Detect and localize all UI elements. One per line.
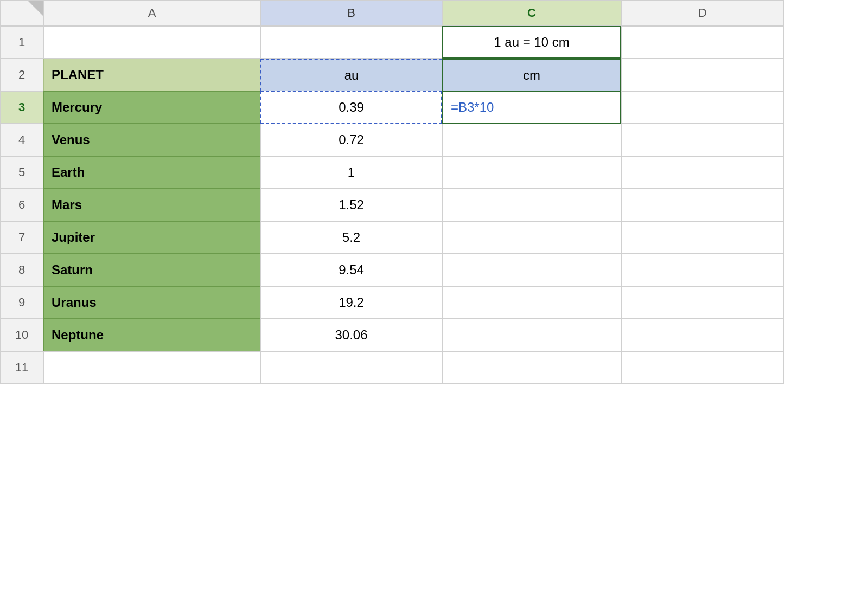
row-num-8: 8 bbox=[0, 254, 43, 286]
row-num-11: 11 bbox=[0, 351, 43, 384]
row-num-5: 5 bbox=[0, 156, 43, 189]
cell-a4[interactable]: Venus bbox=[43, 124, 260, 156]
cell-b9[interactable]: 19.2 bbox=[260, 286, 442, 319]
cell-b2[interactable]: au bbox=[260, 59, 442, 91]
cell-a3[interactable]: Mercury bbox=[43, 91, 260, 124]
cell-d11[interactable] bbox=[621, 351, 784, 384]
row-num-10: 10 bbox=[0, 319, 43, 351]
cell-d3[interactable] bbox=[621, 91, 784, 124]
cell-d6[interactable] bbox=[621, 189, 784, 221]
cell-d10[interactable] bbox=[621, 319, 784, 351]
cell-c11[interactable] bbox=[442, 351, 621, 384]
cell-b8[interactable]: 9.54 bbox=[260, 254, 442, 286]
cell-b7[interactable]: 5.2 bbox=[260, 221, 442, 254]
cell-c2[interactable]: cm bbox=[442, 59, 621, 91]
col-header-d[interactable]: D bbox=[621, 0, 784, 26]
cell-b10[interactable]: 30.06 bbox=[260, 319, 442, 351]
cell-a11[interactable] bbox=[43, 351, 260, 384]
cell-c5[interactable] bbox=[442, 156, 621, 189]
cell-a5[interactable]: Earth bbox=[43, 156, 260, 189]
cell-b6[interactable]: 1.52 bbox=[260, 189, 442, 221]
cell-d8[interactable] bbox=[621, 254, 784, 286]
cell-a7[interactable]: Jupiter bbox=[43, 221, 260, 254]
cell-d4[interactable] bbox=[621, 124, 784, 156]
row-num-9: 9 bbox=[0, 286, 43, 319]
row-num-4: 4 bbox=[0, 124, 43, 156]
cell-b11[interactable] bbox=[260, 351, 442, 384]
cell-d9[interactable] bbox=[621, 286, 784, 319]
cell-d2[interactable] bbox=[621, 59, 784, 91]
cell-b5[interactable]: 1 bbox=[260, 156, 442, 189]
cell-c10[interactable] bbox=[442, 319, 621, 351]
row-num-6: 6 bbox=[0, 189, 43, 221]
row-num-3: 3 bbox=[0, 91, 43, 124]
row-num-2: 2 bbox=[0, 59, 43, 91]
cell-b1[interactable] bbox=[260, 26, 442, 59]
cell-d1[interactable] bbox=[621, 26, 784, 59]
cell-c7[interactable] bbox=[442, 221, 621, 254]
row-num-7: 7 bbox=[0, 221, 43, 254]
cell-c9[interactable] bbox=[442, 286, 621, 319]
cell-c6[interactable] bbox=[442, 189, 621, 221]
cell-c8[interactable] bbox=[442, 254, 621, 286]
row-num-1: 1 bbox=[0, 26, 43, 59]
cell-a10[interactable]: Neptune bbox=[43, 319, 260, 351]
cell-b3[interactable]: 0.39 bbox=[260, 91, 442, 124]
cell-c4[interactable] bbox=[442, 124, 621, 156]
grid: A B C D 1 1 au = 10 cm 2 PLANET au cm 3 … bbox=[0, 0, 868, 384]
cell-a1[interactable] bbox=[43, 26, 260, 59]
cell-c3[interactable]: =B3*10 bbox=[442, 91, 621, 124]
col-header-b[interactable]: B bbox=[260, 0, 442, 26]
cell-a6[interactable]: Mars bbox=[43, 189, 260, 221]
cell-a2[interactable]: PLANET bbox=[43, 59, 260, 91]
spreadsheet: A B C D 1 1 au = 10 cm 2 PLANET au cm 3 … bbox=[0, 0, 868, 592]
col-header-c[interactable]: C bbox=[442, 0, 621, 26]
cell-c1[interactable]: 1 au = 10 cm bbox=[442, 26, 621, 59]
cell-b4[interactable]: 0.72 bbox=[260, 124, 442, 156]
cell-a8[interactable]: Saturn bbox=[43, 254, 260, 286]
cell-a9[interactable]: Uranus bbox=[43, 286, 260, 319]
col-header-a[interactable]: A bbox=[43, 0, 260, 26]
cell-d5[interactable] bbox=[621, 156, 784, 189]
cell-d7[interactable] bbox=[621, 221, 784, 254]
corner-cell bbox=[0, 0, 43, 26]
